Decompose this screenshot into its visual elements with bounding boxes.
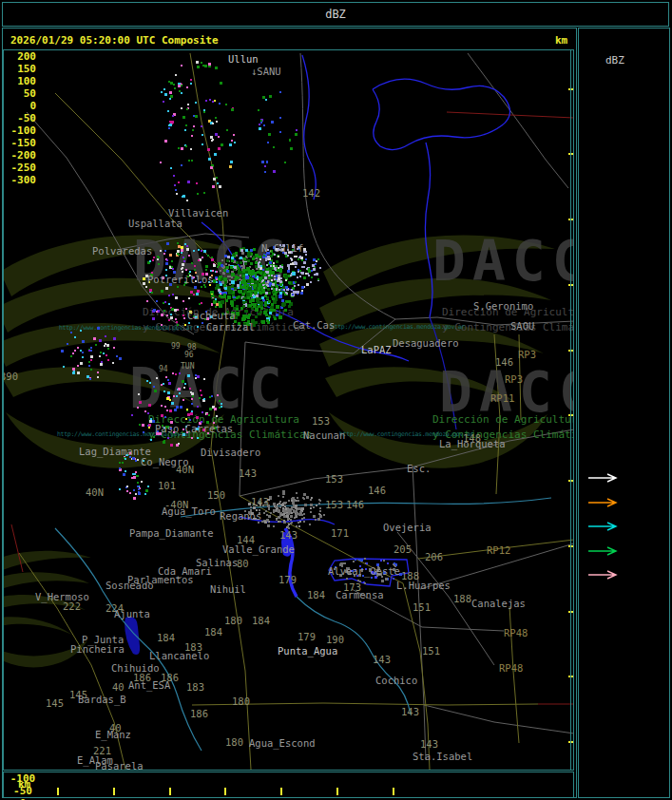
y-tick-mark: [568, 153, 574, 155]
x-tick-mark: [280, 788, 282, 795]
legend-arrow-icon: [588, 498, 619, 507]
y-tick-mark: [568, 676, 574, 677]
y-tick-mark: [568, 741, 574, 743]
y-tick-mark: [568, 350, 574, 352]
legend-arrow-icon: [588, 473, 619, 483]
x-axis-bar: km -100-50050100150200: [3, 771, 574, 798]
title-bar: dBZ: [2, 2, 669, 27]
x-tick-mark: [169, 788, 171, 795]
colorbar-panel: dBZ 807065605754514845423936353020105 VB…: [578, 28, 670, 798]
y-tick-mark: [568, 545, 574, 547]
x-tick-label: -50: [4, 785, 42, 797]
y-tick-label: 0: [4, 100, 36, 112]
y-tick-label: 200: [4, 50, 36, 63]
y-tick-mark: [568, 88, 574, 90]
y-tick-label: -300: [4, 174, 36, 186]
y-tick-label: -100: [4, 124, 36, 137]
y-tick-mark: [568, 480, 574, 482]
x-tick-label: -100: [4, 772, 42, 785]
y-axis-unit: km: [555, 34, 567, 47]
y-tick-label: -150: [4, 137, 36, 149]
y-axis-layer: 200150100500-50-100-150-200-250-300: [4, 50, 574, 771]
map-content: DACCDirección de Agricultura y Contingen…: [4, 50, 574, 771]
y-tick-label: 150: [4, 63, 36, 75]
y-tick-mark: [568, 284, 574, 286]
y-tick-label: 100: [4, 75, 36, 87]
y-tick-label: 50: [4, 87, 36, 100]
page-title: dBZ: [3, 8, 668, 21]
y-tick-label: -200: [4, 149, 36, 162]
x-tick-mark: [224, 788, 226, 795]
y-tick-label: -250: [4, 162, 36, 174]
x-tick-mark: [57, 788, 59, 795]
x-tick-mark: [393, 788, 394, 795]
y-tick-mark: [568, 219, 574, 220]
vector-legend: VBCPVBCRVBCTVBCUVBBB: [579, 29, 669, 797]
x-tick-mark: [113, 788, 115, 795]
radar-app-window: dBZ 2026/01/29 05:20:00 UTC Composite km: [0, 0, 672, 800]
map-right-separator: [570, 50, 571, 771]
legend-arrow-icon: [588, 546, 619, 556]
x-tick-mark: [336, 788, 338, 795]
map-viewport: DACCDirección de Agricultura y Contingen…: [3, 49, 574, 771]
y-tick-mark: [568, 611, 574, 613]
legend-arrow-icon: [588, 522, 619, 531]
timestamp: 2026/01/29 05:20:00 UTC Composite: [10, 34, 219, 47]
y-tick-mark: [568, 414, 574, 416]
legend-arrow-icon: [588, 570, 619, 580]
x-tick-layer: -100-50050100150200: [4, 772, 573, 797]
y-tick-label: -50: [4, 112, 36, 124]
